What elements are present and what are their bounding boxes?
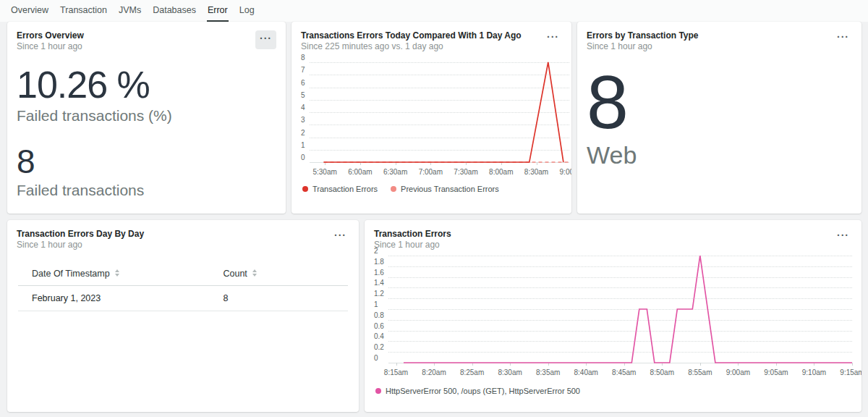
panel-errors-by-transaction-type: Errors by Transaction Type Since 1 hour … (577, 22, 861, 214)
panel-header: Errors by Transaction Type Since 1 hour … (587, 31, 852, 51)
y-axis-label: 0.6 (374, 321, 384, 331)
table-header-row: Date Of TimestampCount (18, 262, 348, 286)
series-line (324, 62, 563, 162)
panel-menu-button[interactable]: ··· (331, 229, 349, 245)
chart-canvas (310, 62, 569, 162)
x-axis-label: 9:10am (802, 367, 826, 378)
table-body: February 1, 20238 (18, 286, 348, 311)
x-axis-label: 9:05am (764, 367, 788, 378)
y-axis-label: 0.2 (374, 342, 384, 352)
legend-item[interactable]: Transaction Errors (302, 185, 378, 193)
panel-title: Errors by Transaction Type (587, 31, 699, 41)
panel-menu-button[interactable]: ··· (255, 30, 276, 49)
x-axis-label: 8:45am (612, 367, 636, 378)
y-axis-label: 0.8 (374, 311, 384, 320)
ellipsis-icon: ··· (837, 31, 849, 43)
tab-transaction[interactable]: Transaction (59, 1, 108, 22)
errors-table: Date Of TimestampCount February 1, 20238 (18, 262, 348, 311)
x-axis-label: 8:50am (650, 367, 674, 378)
axis-tick (396, 363, 397, 366)
y-axis-label: 8 (301, 53, 305, 62)
dashboard-row-2: Transaction Errors Day By Day Since 1 ho… (7, 220, 861, 412)
panel-transaction-errors-day-by-day: Transaction Errors Day By Day Since 1 ho… (7, 220, 359, 412)
panel-header: Transactions Errors Today Compared With … (301, 31, 562, 51)
table-row: February 1, 20238 (18, 286, 348, 311)
facet-label: Web (587, 141, 852, 169)
line-chart-transaction-errors: 21.81.61.41.210.80.60.40.20 8:15am8:20am… (374, 246, 852, 395)
legend-dot-icon (302, 186, 308, 192)
axis-tick (852, 363, 853, 366)
panel-title: Transaction Errors Day By Day (17, 229, 144, 239)
panel-subtitle: Since 1 hour ago (374, 240, 451, 250)
tab-databases[interactable]: Databases (152, 1, 197, 22)
x-axis-label: 8:40am (574, 367, 598, 378)
y-axis-label: 0 (301, 153, 305, 162)
tab-bar: OverviewTransactionJVMsDatabasesErrorLog (0, 0, 868, 22)
chart-canvas (388, 256, 852, 363)
ellipsis-icon: ··· (837, 229, 849, 241)
legend-dot-icon (375, 388, 381, 394)
y-axis-label: 0.4 (374, 332, 384, 341)
chart-legend: HttpServerError 500, /oups (GET), HttpSe… (374, 387, 852, 395)
x-axis-label: 9:00am (726, 367, 750, 378)
metric-value: 8 (17, 145, 276, 178)
metric-value: 10.26 % (17, 66, 276, 104)
metric-label: Failed transactions (%) (17, 107, 276, 125)
panel-subtitle: Since 1 hour ago (17, 41, 84, 51)
chart-legend: Transaction ErrorsPrevious Transaction E… (301, 185, 562, 193)
y-axis-label: 1.8 (374, 257, 384, 266)
x-axis: 5:30am6:00am6:30am7:00am7:30am8:00am8:30… (310, 167, 569, 177)
panel-header: Errors Overview Since 1 hour ago ··· (17, 31, 276, 51)
y-axis-label: 5 (301, 90, 305, 100)
y-axis-label: 0 (374, 353, 378, 363)
y-axis-label: 2 (301, 128, 305, 138)
facet-value: 8 (587, 69, 852, 137)
panel-header: Transaction Errors Day By Day Since 1 ho… (17, 229, 349, 250)
panel-transactions-errors-today: Transactions Errors Today Compared With … (292, 22, 571, 214)
y-axis-label: 2 (374, 246, 378, 256)
y-axis-label: 1.6 (374, 268, 384, 277)
y-axis-label: 3 (301, 115, 305, 125)
ellipsis-icon: ··· (334, 229, 346, 241)
x-axis-label: 8:20am (422, 367, 446, 378)
tab-jvms[interactable]: JVMs (118, 1, 142, 22)
column-header-count[interactable]: Count (209, 262, 348, 286)
x-axis-label: 8:35am (536, 367, 560, 378)
y-axis-label: 1.4 (374, 278, 384, 287)
x-axis-label: 5:30am (312, 167, 336, 177)
panel-subtitle: Since 1 hour ago (17, 240, 144, 250)
y-axis-label: 1 (374, 300, 378, 309)
sort-icon (252, 269, 257, 277)
x-axis-label: 6:00am (348, 167, 372, 177)
tab-log[interactable]: Log (239, 1, 255, 22)
y-axis-label: 7 (301, 65, 305, 75)
x-axis-label: 7:00am (419, 167, 443, 177)
tab-overview[interactable]: Overview (10, 1, 49, 22)
x-axis-label: 7:30am (454, 167, 477, 177)
axis-tick (700, 363, 701, 366)
sort-icon (115, 269, 119, 277)
x-axis-label: 8:00am (489, 167, 513, 177)
panel-title: Transaction Errors (374, 229, 451, 239)
x-axis-label: 9:15am (840, 367, 861, 378)
panel-errors-overview: Errors Overview Since 1 hour ago ··· 10.… (7, 22, 286, 214)
column-header-date-of-timestamp[interactable]: Date Of Timestamp (18, 262, 209, 286)
panel-menu-button[interactable]: ··· (544, 30, 562, 46)
table-cell: 8 (209, 286, 348, 311)
ellipsis-icon: ··· (547, 31, 559, 43)
dashboard-row-1: Errors Overview Since 1 hour ago ··· 10.… (7, 22, 861, 214)
chart-plot-area[interactable]: 21.81.61.41.210.80.60.40.20 (388, 256, 852, 363)
panel-menu-button[interactable]: ··· (834, 30, 852, 46)
legend-item[interactable]: Previous Transaction Errors (391, 185, 499, 193)
legend-item[interactable]: HttpServerError 500, /oups (GET), HttpSe… (375, 387, 580, 395)
x-axis-label: 6:30am (383, 167, 407, 177)
panel-subtitle: Since 225 minutes ago vs. 1 day ago (301, 41, 522, 51)
x-axis: 8:15am8:20am8:25am8:30am8:35am8:40am8:45… (388, 367, 852, 378)
table-cell: February 1, 2023 (18, 286, 209, 311)
panel-title: Errors Overview (17, 31, 84, 41)
x-axis-label: 8:30am (524, 167, 548, 177)
chart-plot-area[interactable]: 876543210 (310, 62, 569, 163)
panel-menu-button[interactable]: ··· (834, 229, 852, 245)
metric-label: Failed transactions (17, 182, 276, 199)
tab-error[interactable]: Error (207, 1, 229, 22)
